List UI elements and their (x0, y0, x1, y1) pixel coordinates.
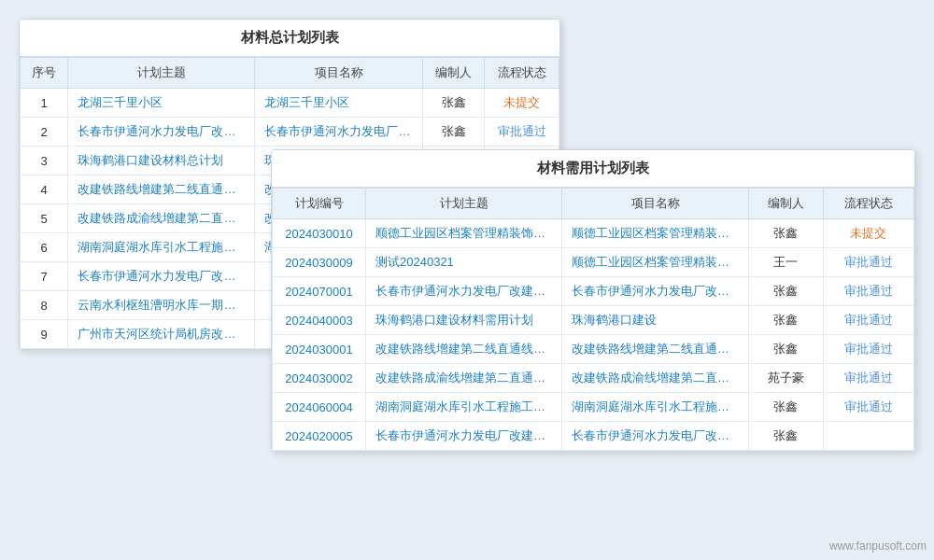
cell-id: 7 (21, 262, 68, 291)
cell-code: 2024030001 (273, 335, 366, 364)
cell-theme: 湖南洞庭湖水库引水工程施工标材料总计划 (68, 233, 255, 262)
cell-theme: 湖南洞庭湖水库引水工程施工标材... (366, 393, 562, 422)
cell-project: 长春市伊通河水力发电厂改建工程 (562, 277, 749, 306)
cell-theme: 改建铁路成渝线增建第二直通线（成渝枢纽... (68, 204, 255, 233)
cell-project: 长春市伊通河水力发电厂改建工程 (255, 118, 423, 147)
cell-id: 2 (21, 118, 68, 147)
table2-col-editor: 编制人 (749, 189, 824, 219)
cell-code: 2024070001 (273, 277, 366, 306)
cell-editor: 张鑫 (423, 89, 485, 118)
cell-editor: 张鑫 (749, 306, 824, 335)
cell-status (823, 422, 913, 451)
table-row[interactable]: 2024030010 顺德工业园区档案管理精装饰工程（... 顺德工业园区档案管… (273, 219, 914, 248)
cell-theme: 顺德工业园区档案管理精装饰工程（... (366, 219, 562, 248)
cell-editor: 张鑫 (749, 422, 824, 451)
cell-theme: 长春市伊通河水力发电厂改建工程合同材料... (68, 118, 255, 147)
cell-status: 审批通过 (823, 335, 913, 364)
cell-code: 2024060004 (273, 393, 366, 422)
cell-project: 长春市伊通河水力发电厂改建工程 (562, 422, 749, 451)
cell-theme: 长春市伊通河水力发电厂改建工程材... (366, 422, 562, 451)
table2-col-theme: 计划主题 (366, 189, 562, 219)
cell-id: 8 (21, 291, 68, 320)
cell-status: 审批通过 (823, 393, 913, 422)
cell-theme: 改建铁路线增建第二线直通线（成都... (366, 335, 562, 364)
table1-col-id: 序号 (21, 58, 68, 89)
cell-id: 1 (21, 89, 68, 118)
table1-title: 材料总计划列表 (20, 20, 559, 57)
table-row[interactable]: 2024030001 改建铁路线增建第二线直通线（成都... 改建铁路线增建第二… (273, 335, 914, 364)
cell-editor: 苑子豪 (749, 364, 824, 393)
table2-col-status: 流程状态 (823, 189, 913, 219)
cell-id: 9 (21, 320, 68, 349)
table2-col-project: 项目名称 (562, 189, 749, 219)
cell-theme: 龙湖三千里小区 (68, 89, 255, 118)
cell-project: 湖南洞庭湖水库引水工程施工标 (562, 393, 749, 422)
cell-editor: 张鑫 (423, 118, 485, 147)
table2-container: 材料需用计划列表 计划编号 计划主题 项目名称 编制人 流程状态 2024030… (271, 149, 915, 452)
watermark: www.fanpusoft.com (829, 539, 927, 553)
table1-col-project: 项目名称 (255, 58, 423, 89)
cell-theme: 长春市伊通河水力发电厂改建工程合... (366, 277, 562, 306)
cell-editor: 张鑫 (749, 219, 824, 248)
cell-project: 顺德工业园区档案管理精装饰工程（... (562, 248, 749, 277)
cell-id: 3 (21, 147, 68, 175)
cell-status: 审批通过 (823, 248, 913, 277)
cell-status: 审批通过 (823, 306, 913, 335)
table1-col-editor: 编制人 (423, 58, 485, 89)
cell-theme: 改建铁路线增建第二线直通线（成都-西安）... (68, 175, 255, 204)
table2-col-code: 计划编号 (273, 189, 366, 219)
cell-status: 审批通过 (823, 364, 913, 393)
table-row[interactable]: 2024020005 长春市伊通河水力发电厂改建工程材... 长春市伊通河水力发… (273, 422, 914, 451)
table-row[interactable]: 2 长春市伊通河水力发电厂改建工程合同材料... 长春市伊通河水力发电厂改建工程… (21, 118, 559, 147)
cell-project: 顺德工业园区档案管理精装饰工程（... (562, 219, 749, 248)
cell-code: 2024020005 (273, 422, 366, 451)
cell-project: 改建铁路线增建第二线直通线（成都... (562, 335, 749, 364)
table1-col-theme: 计划主题 (68, 58, 255, 89)
cell-theme: 长春市伊通河水力发电厂改建工程材料总计划 (68, 262, 255, 291)
table-row[interactable]: 2024030009 测试20240321 顺德工业园区档案管理精装饰工程（..… (273, 248, 914, 277)
table1-header-row: 序号 计划主题 项目名称 编制人 流程状态 (21, 58, 559, 89)
cell-code: 2024030010 (273, 219, 366, 248)
table2: 计划编号 计划主题 项目名称 编制人 流程状态 2024030010 顺德工业园… (272, 188, 914, 451)
cell-code: 2024030002 (273, 364, 366, 393)
cell-id: 4 (21, 175, 68, 204)
table-row[interactable]: 2024070001 长春市伊通河水力发电厂改建工程合... 长春市伊通河水力发… (273, 277, 914, 306)
cell-theme: 改建铁路成渝线增建第二直通线（成... (366, 364, 562, 393)
table2-header-row: 计划编号 计划主题 项目名称 编制人 流程状态 (273, 189, 914, 219)
cell-theme: 测试20240321 (366, 248, 562, 277)
cell-editor: 张鑫 (749, 277, 824, 306)
cell-project: 改建铁路成渝线增建第二直通线（成... (562, 364, 749, 393)
cell-status: 审批通过 (823, 277, 913, 306)
cell-theme: 珠海鹤港口建设材料总计划 (68, 147, 255, 175)
cell-theme: 珠海鹤港口建设材料需用计划 (366, 306, 562, 335)
cell-id: 5 (21, 204, 68, 233)
table1-col-status: 流程状态 (485, 58, 559, 89)
cell-status: 审批通过 (485, 118, 559, 147)
cell-theme: 广州市天河区统计局机房改造项目材料总计划 (68, 320, 255, 349)
cell-editor: 张鑫 (749, 335, 824, 364)
cell-status: 未提交 (823, 219, 913, 248)
cell-editor: 王一 (749, 248, 824, 277)
table2-title: 材料需用计划列表 (272, 150, 914, 188)
cell-project: 龙湖三千里小区 (255, 89, 423, 118)
cell-editor: 张鑫 (749, 393, 824, 422)
cell-code: 2024030009 (273, 248, 366, 277)
table-row[interactable]: 2024060004 湖南洞庭湖水库引水工程施工标材... 湖南洞庭湖水库引水工… (273, 393, 914, 422)
table-row[interactable]: 2024030002 改建铁路成渝线增建第二直通线（成... 改建铁路成渝线增建… (273, 364, 914, 393)
cell-theme: 云南水利枢纽漕明水库一期工程施工标材料... (68, 291, 255, 320)
table-row[interactable]: 2024040003 珠海鹤港口建设材料需用计划 珠海鹤港口建设 张鑫 审批通过 (273, 306, 914, 335)
table-row[interactable]: 1 龙湖三千里小区 龙湖三千里小区 张鑫 未提交 (21, 89, 559, 118)
cell-id: 6 (21, 233, 68, 262)
cell-status: 未提交 (485, 89, 559, 118)
cell-project: 珠海鹤港口建设 (562, 306, 749, 335)
cell-code: 2024040003 (273, 306, 366, 335)
